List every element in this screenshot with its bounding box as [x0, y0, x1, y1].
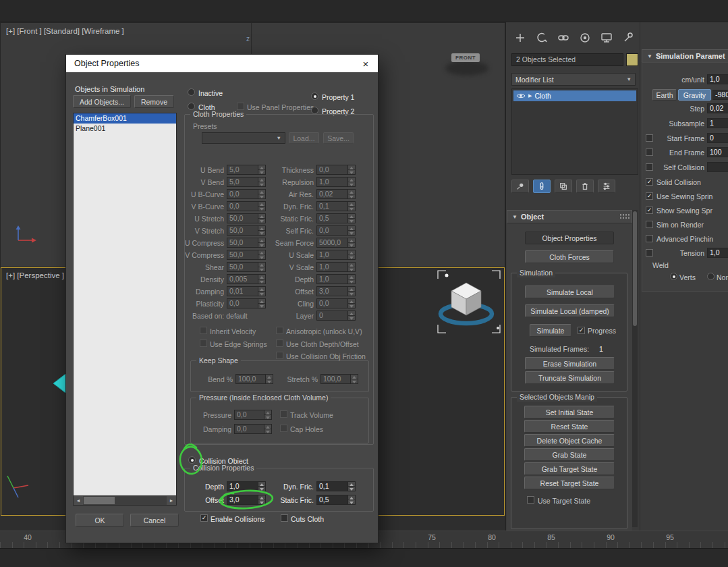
scrollbar-track[interactable] — [83, 496, 167, 505]
static-fric-spinner[interactable]: 0,5 — [316, 495, 356, 505]
chamferbox-object[interactable] — [451, 283, 481, 315]
collision-object-radio[interactable] — [188, 456, 196, 464]
property2-radio[interactable] — [311, 107, 318, 114]
offset-spinner[interactable]: 3,0 — [227, 495, 266, 505]
sim-param-checkbox[interactable]: ✓ — [646, 178, 653, 186]
remove-button[interactable]: Remove — [134, 95, 174, 108]
cloth-forces-button[interactable]: Cloth Forces — [525, 250, 614, 263]
display-tab-icon[interactable] — [598, 30, 615, 45]
close-icon[interactable]: × — [354, 55, 378, 72]
spinner-arrows[interactable] — [347, 482, 355, 491]
erase-simulation-button[interactable]: Erase Simulation — [525, 357, 615, 370]
manip-button[interactable]: Grab Target State — [524, 462, 615, 475]
object-properties-button[interactable]: Object Properties — [525, 232, 614, 244]
timeline-tick-label[interactable]: 80 — [484, 533, 499, 541]
show-end-result-button[interactable] — [533, 180, 551, 193]
panel-scrollbar-thumb[interactable] — [633, 211, 637, 326]
simulation-objects-list[interactable]: ChamferBox001Plane001 ◄ ► — [73, 113, 177, 506]
sim-param-spinner[interactable]: 1,0 — [707, 248, 728, 258]
simulation-object-item[interactable]: Plane001 — [74, 124, 176, 134]
spinner-arrows — [347, 202, 355, 211]
modify-tab-icon[interactable] — [534, 30, 550, 45]
panel-scrollbar[interactable] — [632, 210, 638, 527]
timeline-tick-label[interactable]: 95 — [663, 533, 677, 541]
panel-resize-grip[interactable] — [619, 213, 630, 219]
dialog-title-bar[interactable]: Object Properties × — [66, 55, 378, 72]
configure-modifier-sets-button[interactable] — [598, 180, 615, 193]
spinner-value: 1,0 — [708, 248, 728, 257]
simulate-button[interactable]: Simulate — [530, 324, 571, 337]
sim-param-checkbox[interactable]: ✓ — [646, 192, 653, 200]
add-objects-button[interactable]: Add Objects... — [73, 95, 131, 108]
object-rollout-header[interactable]: ▼ Object — [507, 210, 632, 223]
sim-param-checkbox[interactable] — [646, 235, 653, 242]
front-axis-gizmo — [7, 225, 40, 255]
sim-param-spinner[interactable]: 1 — [707, 118, 728, 128]
timeline-tick-label[interactable]: 90 — [603, 533, 618, 541]
visibility-eye-icon[interactable] — [516, 92, 526, 99]
gravity-value-spinner[interactable]: -980 — [712, 90, 728, 100]
cuts-cloth-checkbox[interactable] — [281, 514, 288, 522]
cancel-button[interactable]: Cancel — [130, 514, 179, 526]
timeline-tick-label[interactable]: 40 — [20, 533, 35, 541]
timeline-tick-label[interactable]: 85 — [544, 533, 559, 541]
manip-button[interactable]: Set Initial State — [524, 406, 615, 418]
sim-param-checkbox[interactable]: ✓ — [646, 207, 653, 214]
sim-param-checkbox[interactable] — [646, 221, 653, 228]
sim-param-spinner[interactable]: 100 — [707, 147, 728, 157]
modifier-list-dropdown[interactable]: Modifier List ▼ — [511, 73, 636, 86]
simulate-local-button[interactable]: Simulate Local — [525, 286, 615, 298]
remove-modifier-button[interactable] — [576, 180, 594, 193]
dyn-fric-spinner[interactable]: 0,1 — [316, 481, 356, 491]
earth-button[interactable]: Earth — [652, 89, 677, 101]
cloth-radio[interactable] — [188, 103, 195, 110]
simulation-parameters-header[interactable]: ▼ Simulation Paramet — [642, 49, 728, 63]
weld-radio[interactable] — [707, 273, 715, 280]
sim-param-spinner[interactable]: 0,02 — [707, 103, 728, 113]
pin-stack-button[interactable] — [511, 180, 529, 193]
simulate-local-damped-button[interactable]: Simulate Local (damped) — [525, 304, 615, 317]
scroll-right-icon[interactable]: ► — [167, 496, 176, 505]
spinner-down-icon[interactable] — [348, 500, 355, 504]
scrollbar-thumb[interactable] — [84, 497, 115, 504]
expand-arrow-icon[interactable]: ▶ — [528, 93, 532, 99]
create-tab-icon[interactable] — [512, 30, 528, 45]
make-unique-button[interactable] — [555, 180, 572, 193]
modifier-stack[interactable]: ▶ Cloth — [511, 88, 638, 175]
selection-name-field[interactable]: 2 Objects Selected — [511, 53, 623, 66]
param-label: Thickness — [264, 166, 314, 175]
utilities-tab-icon[interactable] — [620, 30, 636, 45]
scroll-left-icon[interactable]: ◄ — [74, 496, 83, 505]
use-target-state-checkbox[interactable] — [527, 496, 534, 504]
spinner-arrows[interactable] — [347, 495, 355, 504]
depth-spinner[interactable]: 1,0 — [227, 481, 266, 491]
manip-button[interactable]: Reset Target State — [524, 477, 615, 489]
simulation-object-item[interactable]: ChamferBox001 — [74, 113, 176, 124]
manip-button[interactable]: Delete Object Cache — [524, 434, 615, 447]
property1-radio[interactable] — [311, 92, 318, 100]
sim-param-spinner[interactable] — [707, 162, 728, 172]
inactive-radio[interactable] — [188, 88, 195, 96]
spinner-down-icon[interactable] — [348, 486, 355, 491]
modifier-stack-item-cloth[interactable]: ▶ Cloth — [513, 90, 636, 101]
weld-radio[interactable] — [670, 273, 677, 280]
motion-tab-icon[interactable] — [577, 30, 593, 45]
front-viewport-label[interactable]: [+] [Front ] [Standard] [Wireframe ] — [6, 27, 124, 35]
hierarchy-tab-icon[interactable] — [555, 30, 571, 45]
command-panel: 2 Objects Selected Modifier List ▼ ▶ Clo… — [505, 22, 640, 531]
ok-button[interactable]: OK — [76, 514, 124, 526]
manip-group-label: Selected Objects Manip — [517, 393, 597, 402]
progress-checkbox[interactable]: ✓ — [578, 327, 585, 334]
enable-collisions-checkbox[interactable]: ✓ — [200, 514, 208, 522]
gravity-button[interactable]: Gravity — [678, 89, 711, 101]
spinner-value: 0,0 — [317, 165, 347, 174]
sim-param-spinner[interactable]: 0 — [707, 133, 728, 143]
truncate-simulation-button[interactable]: Truncate Simulation — [525, 371, 615, 384]
timeline-tick-label[interactable]: 75 — [424, 533, 439, 541]
manip-button[interactable]: Reset State — [524, 420, 615, 433]
manip-button[interactable]: Grab State — [524, 448, 615, 461]
sim-param-spinner[interactable]: 1,0 — [707, 74, 728, 84]
spinner-value: 1,0 — [317, 178, 347, 186]
object-color-swatch[interactable] — [626, 53, 638, 66]
list-horizontal-scrollbar[interactable]: ◄ ► — [74, 495, 176, 505]
